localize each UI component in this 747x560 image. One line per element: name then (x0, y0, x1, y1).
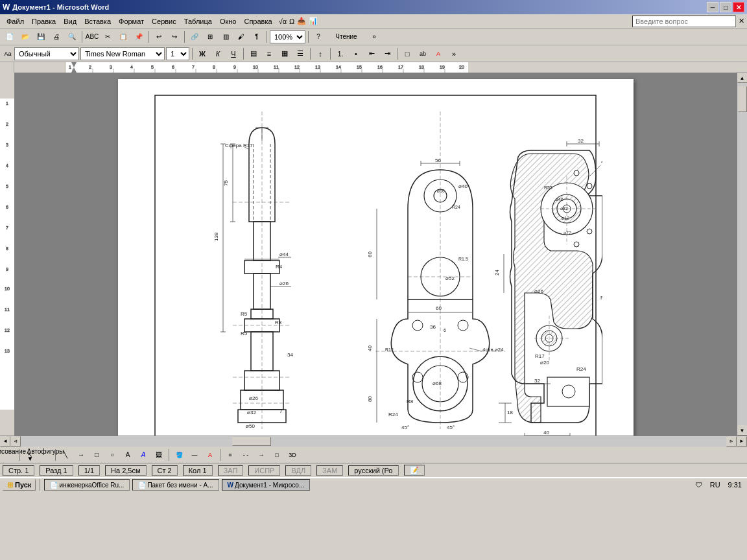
scroll-up-button[interactable]: ▲ (737, 73, 748, 83)
taskbar: ⊞ Пуск 📄 инженеркаOffice Ru... 📄 Пакет б… (0, 477, 747, 491)
save-button[interactable]: 💾 (34, 30, 48, 43)
arrow-button[interactable]: → (74, 449, 88, 461)
textbox-button[interactable]: A (121, 449, 135, 461)
more-fmt-button[interactable]: » (447, 47, 461, 60)
align-right-button[interactable]: ▦ (278, 47, 292, 60)
vertical-scrollbar[interactable]: ▲ ▼ (737, 73, 747, 436)
zoom-select[interactable]: 100%75%50%150% (270, 30, 305, 43)
svg-text:R5: R5 (241, 311, 248, 317)
font-select[interactable]: Times New Roman (80, 47, 165, 60)
style-select[interactable]: Обычный (14, 47, 79, 60)
menu-file[interactable]: Файл (3, 16, 28, 27)
help-close-button[interactable]: ✕ (739, 17, 744, 25)
drawing-menu-button[interactable]: Рисование ▼ (3, 449, 17, 461)
menu-window[interactable]: Окно (216, 16, 241, 27)
task-label-1: Пакет без имени - А... (147, 482, 213, 489)
bold-button[interactable]: Ж (195, 47, 209, 60)
undo-button[interactable]: ↩ (152, 30, 166, 43)
border-button[interactable]: □ (400, 47, 414, 60)
h-scroll-left-button[interactable]: ◄ (0, 436, 10, 447)
italic-button[interactable]: К (211, 47, 225, 60)
h-scroll-track[interactable] (21, 436, 726, 447)
align-center-button[interactable]: ≡ (262, 47, 276, 60)
help-button[interactable]: ? (311, 30, 326, 43)
wordart-button[interactable]: A (136, 449, 150, 461)
open-button[interactable]: 📂 (18, 30, 32, 43)
scroll-down-button[interactable]: ▼ (737, 425, 748, 436)
arrow-style-button[interactable]: → (254, 449, 268, 461)
svg-text:R5: R5 (241, 331, 248, 336)
menu-format[interactable]: Формат (115, 16, 148, 27)
svg-text:56: 56 (435, 158, 441, 163)
fmt-sep-5 (397, 48, 397, 60)
3d-button[interactable]: 3D (285, 449, 300, 461)
scroll-thumb[interactable] (738, 86, 747, 112)
h-scroll-thumb[interactable] (232, 437, 271, 446)
fill-color-button[interactable]: 🪣 (172, 449, 186, 461)
more-button[interactable]: » (367, 30, 381, 43)
taskbar-item-0[interactable]: 📄 инженеркаOffice Ru... (44, 479, 130, 491)
bullet-list-button[interactable]: • (349, 47, 363, 60)
titlebar-left: W Документ1 - Microsoft Word (3, 3, 109, 12)
font-color-button[interactable]: A (431, 47, 445, 60)
paste-button[interactable]: 📌 (132, 30, 146, 43)
page-right-button[interactable]: ⊳ (726, 436, 737, 447)
menu-insert[interactable]: Вставка (80, 16, 115, 27)
horizontal-ruler: 1 2 3 4 5 6 7 8 9 10 11 12 13 14 15 16 1… (14, 62, 737, 73)
show-para-button[interactable]: ¶ (250, 30, 264, 43)
menu-view[interactable]: Вид (60, 16, 80, 27)
numbered-list-button[interactable]: 1. (333, 47, 348, 60)
drawing-sep-3 (169, 449, 169, 461)
line-spacing-button[interactable]: ↕ (313, 47, 327, 60)
increase-indent-button[interactable]: ⇥ (380, 47, 394, 60)
help-input[interactable] (632, 16, 736, 27)
menu-table[interactable]: Таблица (180, 16, 216, 27)
menu-tools[interactable]: Сервис (148, 16, 180, 27)
size-select[interactable]: 18101214 (166, 47, 189, 60)
underline-button[interactable]: Ч (226, 47, 241, 60)
minimize-button[interactable]: ─ (707, 2, 718, 12)
spellcheck-button[interactable]: ABC (85, 30, 99, 43)
rec-status: ЗАП (218, 465, 244, 476)
rectangle-button[interactable]: □ (89, 449, 104, 461)
menu-edit[interactable]: Правка (28, 16, 60, 27)
maximize-button[interactable]: □ (720, 2, 731, 12)
svg-text:45°: 45° (447, 425, 455, 430)
taskbar-item-1[interactable]: 📄 Пакет без имени - А... (132, 479, 219, 491)
h-scroll-right-button[interactable]: ► (737, 436, 747, 447)
reading-button[interactable]: Чтение (327, 30, 366, 43)
format-painter[interactable]: 🖌 (234, 30, 248, 43)
tray-lang[interactable]: RU (707, 481, 723, 489)
copy-button[interactable]: 📋 (116, 30, 130, 43)
columns-button[interactable]: ▥ (219, 30, 233, 43)
highlight-button[interactable]: ab (416, 47, 430, 60)
table-button[interactable]: ⊞ (203, 30, 217, 43)
autoshapes-button[interactable]: Автофигуры ▼ (38, 449, 53, 461)
line-button[interactable]: ╲ (58, 449, 73, 461)
close-button[interactable]: ✕ (733, 2, 744, 12)
decrease-indent-button[interactable]: ⇤ (364, 47, 379, 60)
vdl-status: ВДЛ (285, 465, 311, 476)
oval-button[interactable]: ○ (105, 449, 119, 461)
font-color-button[interactable]: A (203, 449, 217, 461)
start-button[interactable]: ⊞ Пуск (3, 479, 36, 491)
cut-button[interactable]: ✂ (101, 30, 115, 43)
line-color-button[interactable]: — (187, 449, 202, 461)
print-preview-button[interactable]: 🔍 (65, 30, 79, 43)
shadow-button[interactable]: □ (270, 449, 284, 461)
redo-button[interactable]: ↪ (167, 30, 182, 43)
taskbar-item-2[interactable]: W Документ1 - Микросо... (222, 479, 311, 491)
line-style-button[interactable]: ≡ (223, 449, 237, 461)
scroll-track[interactable] (737, 83, 747, 425)
dash-style-button[interactable]: - - (239, 449, 253, 461)
new-button[interactable]: 📄 (3, 30, 17, 43)
menu-help[interactable]: Справка (240, 16, 276, 27)
svg-text:1: 1 (69, 65, 71, 69)
justify-button[interactable]: ☰ (293, 47, 307, 60)
align-left-button[interactable]: ▤ (246, 47, 261, 60)
clipart-button[interactable]: 🖼 (152, 449, 166, 461)
print-button[interactable]: 🖨 (49, 30, 64, 43)
page-left-button[interactable]: ⊲ (10, 436, 21, 447)
svg-text:9: 9 (6, 267, 8, 272)
hyperlink-button[interactable]: 🔗 (187, 30, 202, 43)
